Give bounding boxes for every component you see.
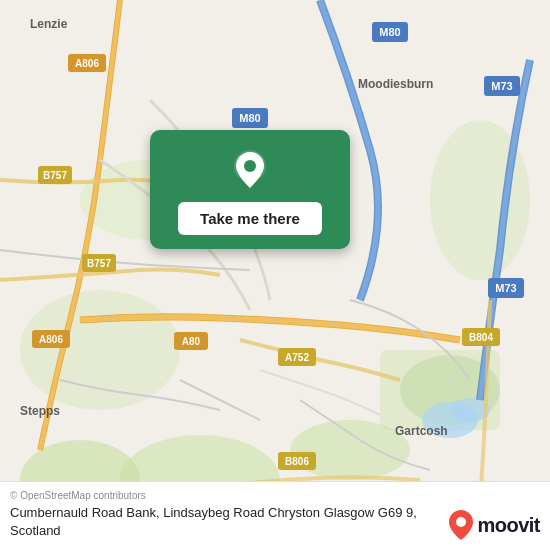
take-me-button[interactable]: Take me there (178, 202, 322, 235)
map-container: M80 M80 M73 M73 A806 A806 B757 B757 A80 … (0, 0, 550, 550)
location-pin-icon (228, 148, 272, 192)
svg-text:B757: B757 (87, 258, 111, 269)
svg-point-8 (20, 290, 180, 410)
svg-text:M73: M73 (495, 282, 516, 294)
svg-text:A752: A752 (285, 352, 309, 363)
svg-text:B806: B806 (285, 456, 309, 467)
moovit-logo: moovit (449, 510, 540, 540)
svg-text:Moodiesburn: Moodiesburn (358, 77, 433, 91)
svg-point-41 (456, 517, 466, 527)
svg-text:A80: A80 (182, 336, 201, 347)
svg-text:Lenzie: Lenzie (30, 17, 68, 31)
svg-text:M80: M80 (239, 112, 260, 124)
map-svg: M80 M80 M73 M73 A806 A806 B757 B757 A80 … (0, 0, 550, 550)
location-name: Cumbernauld Road Bank, Lindsaybeg Road C… (10, 504, 439, 540)
moovit-text: moovit (477, 514, 540, 537)
svg-text:Gartcosh: Gartcosh (395, 424, 448, 438)
svg-point-40 (244, 160, 256, 172)
svg-text:B804: B804 (469, 332, 493, 343)
svg-text:M80: M80 (379, 26, 400, 38)
bottom-left: © OpenStreetMap contributors Cumbernauld… (10, 490, 439, 540)
svg-text:M73: M73 (491, 80, 512, 92)
svg-text:A806: A806 (75, 58, 99, 69)
svg-text:Stepps: Stepps (20, 404, 60, 418)
svg-text:A806: A806 (39, 334, 63, 345)
svg-text:B757: B757 (43, 170, 67, 181)
bottom-bar: © OpenStreetMap contributors Cumbernauld… (0, 481, 550, 550)
attribution-text: © OpenStreetMap contributors (10, 490, 439, 501)
take-me-card[interactable]: Take me there (150, 130, 350, 249)
moovit-pin-icon (449, 510, 473, 540)
